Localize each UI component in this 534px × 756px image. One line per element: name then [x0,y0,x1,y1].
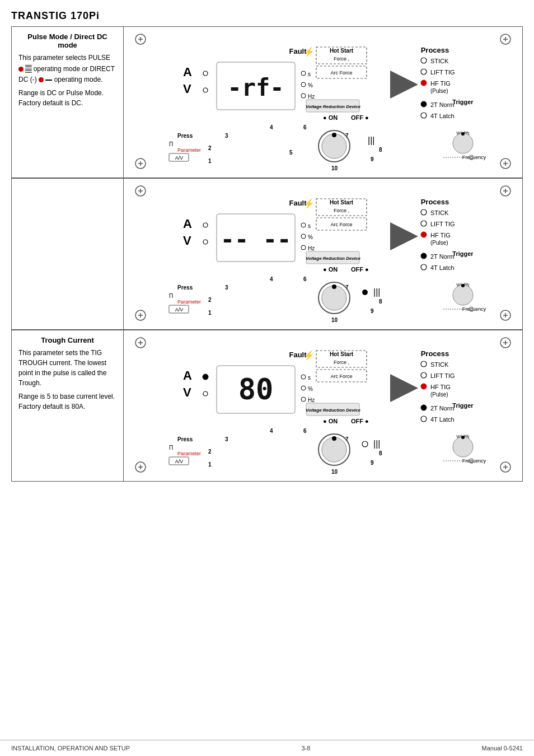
svg-text:2: 2 [208,449,212,455]
svg-point-132 [362,290,368,295]
svg-point-172 [421,384,427,389]
section-title-pulse: Pulse Mode / Direct DC mode [18,32,116,49]
svg-text:Voltage Reduction Device: Voltage Reduction Device [306,408,361,413]
svg-text:Process: Process [421,46,449,54]
svg-point-63 [322,134,346,158]
svg-text:Trigger: Trigger [452,250,474,257]
dot-red-2-icon [39,77,44,82]
svg-text:6: 6 [303,428,307,434]
svg-point-41 [301,82,306,87]
svg-text:3: 3 [225,284,228,291]
svg-text:1: 1 [208,158,212,164]
svg-text:Hz: Hz [308,94,315,100]
svg-point-140 [453,285,473,305]
svg-text:LIFT TIG: LIFT TIG [430,372,455,379]
left-panel-trough: Trough Current This parameter sets the T… [12,330,124,481]
svg-marker-102 [390,222,418,250]
section-title-trough: Trough Current [18,336,116,344]
svg-text:2T Norm: 2T Norm [430,405,455,412]
svg-text:9: 9 [371,308,374,314]
svg-text:Voltage Reduction Device: Voltage Reduction Device [306,104,361,109]
section-pulse-mode: Pulse Mode / Direct DC mode This paramet… [11,26,523,178]
svg-text:Press: Press [177,436,193,442]
svg-point-66 [453,133,473,153]
svg-text:4T Latch: 4T Latch [430,416,455,423]
svg-text:s: s [308,223,311,229]
section-trough: Trough Current This parameter sets the T… [11,330,523,482]
left-panel-second [12,179,124,329]
right-panel-second: Fault ⚡ Hot Start Force , Arc Force Proc… [124,179,522,329]
footer: INSTALLATION, OPERATION AND SETUP 3-8 Ma… [0,740,534,756]
svg-text:4: 4 [270,124,273,130]
svg-text:Trigger: Trigger [452,402,474,409]
svg-text:Process: Process [421,349,449,358]
svg-point-43 [301,94,306,98]
svg-text:V: V [183,385,191,399]
svg-text:⚡: ⚡ [303,46,315,57]
svg-text:(Pulse): (Pulse) [430,391,448,398]
section-text-trough-1: This parameter sets the TIG TROUGH curre… [18,348,116,388]
svg-text:6: 6 [303,276,307,282]
right-panel-trough: Fault ⚡ Hot Start Force , Arc Force Proc… [124,330,522,481]
svg-point-22 [421,69,427,74]
svg-text:|||: ||| [373,439,380,449]
svg-point-168 [421,361,427,367]
svg-point-103 [421,253,427,259]
section-text-pulse-1: This parameter selects PULSE 𝄛 operating… [18,53,116,85]
svg-text:80: 80 [238,372,274,406]
svg-point-94 [421,209,427,215]
svg-point-110 [203,223,208,227]
svg-point-141 [461,284,465,287]
svg-text:-rf-: -rf- [227,74,284,101]
svg-text:Press: Press [177,133,193,139]
svg-text:● ON: ● ON [323,266,338,273]
footer-left: INSTALLATION, OPERATION AND SETUP [11,745,130,752]
svg-point-39 [301,71,306,76]
right-panel-pulse-mode: Fault ⚡ Hot Start Force , Arc Force Proc… [124,27,522,178]
svg-text:9: 9 [371,460,374,466]
svg-point-112 [203,240,208,244]
svg-text:STICK: STICK [430,361,449,368]
svg-text:%: % [308,386,313,392]
svg-point-137 [322,286,346,310]
svg-text:2: 2 [208,145,212,151]
diagram-1: Fault ⚡ Hot Start Force , Arc Force Proc… [129,31,517,171]
svg-text:6: 6 [303,124,307,130]
dash-icon [45,80,52,81]
svg-text:A: A [183,217,192,231]
svg-text:4: 4 [270,276,273,282]
svg-text:● ON: ● ON [323,418,338,424]
svg-point-24 [421,80,427,86]
svg-text:4T Latch: 4T Latch [430,264,455,271]
svg-text:Trigger: Trigger [452,99,474,105]
svg-text:%: % [308,234,313,240]
svg-text:Parameter: Parameter [177,147,201,153]
svg-text:2: 2 [208,297,212,303]
svg-point-31 [421,113,427,118]
svg-text:Arc Force: Arc Force [330,374,352,379]
footer-center: 3-8 [301,745,310,752]
svg-text:⚡: ⚡ [303,198,315,209]
svg-point-215 [461,436,465,439]
svg-text:3: 3 [225,133,228,139]
svg-point-206 [362,441,368,447]
svg-text:Hot Start: Hot Start [330,199,354,206]
svg-text:(Pulse): (Pulse) [430,88,448,94]
svg-text:Π: Π [169,445,173,451]
svg-text:2T Norm: 2T Norm [430,253,455,260]
svg-point-138 [332,284,336,289]
svg-marker-28 [390,71,418,99]
svg-text:Arc Force: Arc Force [330,222,352,227]
svg-text:2T Norm: 2T Norm [430,101,455,108]
svg-text:HF TIG: HF TIG [430,232,451,239]
svg-point-96 [421,221,427,226]
svg-point-29 [421,101,427,107]
svg-text:s: s [308,71,311,77]
svg-text:Force ,: Force , [334,360,349,365]
svg-point-191 [301,397,306,402]
svg-point-211 [322,437,346,462]
svg-text:Hot Start: Hot Start [330,351,354,357]
svg-text:Arc Force: Arc Force [330,70,352,76]
svg-text:5: 5 [289,150,293,156]
svg-text:Force ,: Force , [334,208,349,213]
